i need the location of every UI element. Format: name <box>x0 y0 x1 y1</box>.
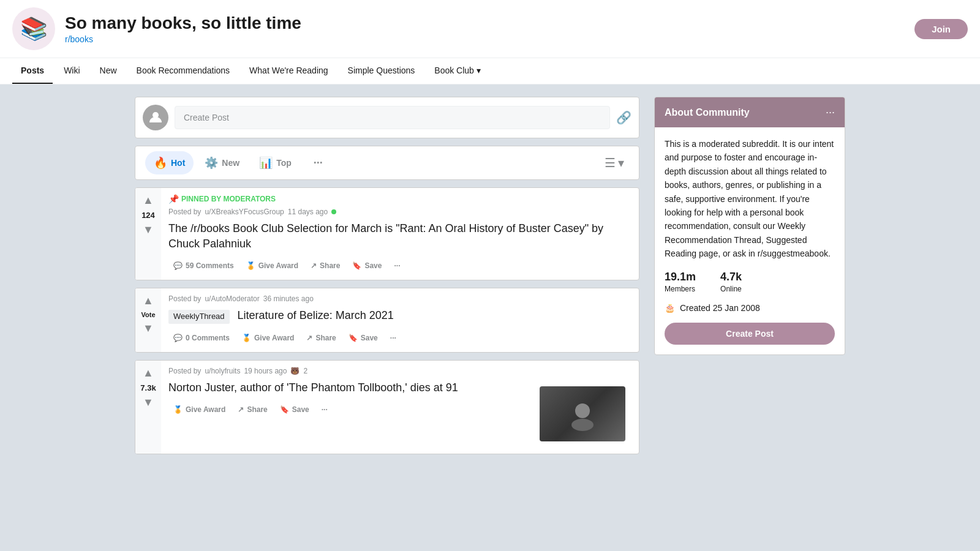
post-title[interactable]: The /r/books Book Club Selection for Mar… <box>168 221 631 252</box>
subreddit-nav: Posts Wiki New Book Recommendations What… <box>0 58 980 84</box>
nav-item-wiki[interactable]: Wiki <box>55 58 88 84</box>
sidebar-card-body: This is a moderated subreddit. It is our… <box>655 127 845 354</box>
new-icon: ⚙️ <box>205 156 218 170</box>
community-description: This is a moderated subreddit. It is our… <box>665 137 835 261</box>
more-button[interactable]: ··· <box>317 402 333 418</box>
sort-new-button[interactable]: ⚙️ New <box>196 151 248 174</box>
downvote-button[interactable]: ▼ <box>141 222 155 238</box>
award-icon: 🏅 <box>242 334 251 342</box>
comments-button[interactable]: 💬 0 Comments <box>168 330 235 346</box>
about-community-title: About Community <box>665 107 750 118</box>
weekly-thread-tag[interactable]: WeeklyThread <box>168 310 230 323</box>
pin-icon: 📌 <box>168 194 179 204</box>
upvote-button[interactable]: ▲ <box>141 193 155 208</box>
post-time: 19 hours ago <box>244 367 287 375</box>
give-award-button[interactable]: 🏅 Give Award <box>237 330 299 346</box>
subreddit-title: So many books, so little time <box>65 13 905 33</box>
main-layout: Create Post 🔗 🔥 Hot ⚙️ New 📊 Top ··· ☰ ▾ <box>123 97 858 454</box>
create-post-input[interactable]: Create Post <box>175 106 610 129</box>
give-award-button[interactable]: 🏅 Give Award <box>168 402 230 418</box>
more-button[interactable]: ··· <box>385 330 401 346</box>
post-meta: Posted by u/holyfruits 19 hours ago 🐻 2 <box>168 367 631 375</box>
comment-icon: 💬 <box>173 334 183 342</box>
give-award-button[interactable]: 🏅 Give Award <box>241 258 303 274</box>
fire-icon: 🔥 <box>154 156 167 170</box>
post-author[interactable]: u/XBreaksYFocusGroup <box>205 208 284 216</box>
upvote-button[interactable]: ▲ <box>141 293 155 309</box>
sort-bar: 🔥 Hot ⚙️ New 📊 Top ··· ☰ ▾ <box>135 146 639 180</box>
post-thumbnail[interactable] <box>540 386 625 441</box>
view-toggle-button[interactable]: ☰ ▾ <box>600 153 629 173</box>
nav-item-book-recommendations[interactable]: Book Recommendations <box>128 58 239 84</box>
sidebar-create-post-button[interactable]: Create Post <box>665 323 835 345</box>
share-button[interactable]: ↗ Share <box>233 402 272 418</box>
top-icon: 📊 <box>259 156 273 170</box>
created-label: Created 25 Jan 2008 <box>680 303 760 313</box>
sort-top-button[interactable]: 📊 Top <box>251 151 300 174</box>
post-author[interactable]: u/holyfruits <box>205 367 240 375</box>
members-label: Members <box>665 285 696 293</box>
more-button[interactable]: ··· <box>389 258 405 274</box>
vote-count: 7.3k <box>140 383 156 392</box>
share-button[interactable]: ↗ Share <box>301 330 341 346</box>
save-button[interactable]: 🔖 Save <box>275 402 314 418</box>
join-button[interactable]: Join <box>914 19 968 39</box>
community-stats: 19.1m Members 4.7k Online <box>665 271 835 293</box>
post-body: 📌 PINNED BY MODERATORS Posted by u/XBrea… <box>161 188 639 280</box>
post-title[interactable]: WeeklyThread Literature of Belize: March… <box>168 308 631 323</box>
save-icon: 🔖 <box>349 334 358 342</box>
post-actions: 🏅 Give Award ↗ Share 🔖 Save <box>168 402 532 418</box>
vote-column: ▲ 124 ▼ <box>135 188 161 280</box>
post-author-label: Posted by <box>168 294 201 303</box>
online-label: Online <box>720 285 742 293</box>
upvote-button[interactable]: ▲ <box>141 365 155 381</box>
post-card: ▲ Vote ▼ Posted by u/AutoModerator 36 mi… <box>135 288 639 352</box>
post-image <box>540 386 625 441</box>
chevron-down-icon: ▾ <box>477 66 481 75</box>
header: 📚 So many books, so little time r/books … <box>0 0 980 58</box>
user-avatar <box>143 105 168 130</box>
share-icon: ↗ <box>311 261 317 270</box>
share-button[interactable]: ↗ Share <box>306 258 345 274</box>
subreddit-name[interactable]: r/books <box>65 34 905 44</box>
award-icon: 🐻 <box>290 367 300 375</box>
post-actions: 💬 0 Comments 🏅 Give Award ↗ Share 🔖 <box>168 330 631 346</box>
save-button[interactable]: 🔖 Save <box>347 258 386 274</box>
online-indicator <box>331 209 336 214</box>
comments-button[interactable]: 💬 59 Comments <box>168 258 239 274</box>
sidebar-more-icon[interactable]: ··· <box>826 106 835 119</box>
header-title-area: So many books, so little time r/books <box>65 13 905 44</box>
post-author-label: Posted by <box>168 208 201 216</box>
award-icon: 🏅 <box>173 405 183 414</box>
sort-more-button[interactable]: ··· <box>305 152 331 174</box>
post-inner: ▲ 124 ▼ 📌 PINNED BY MODERATORS Posted by… <box>135 188 639 280</box>
share-icon: ↗ <box>238 405 244 414</box>
post-card: ▲ 7.3k ▼ Posted by u/holyfruits 19 hours… <box>135 360 639 454</box>
save-icon: 🔖 <box>352 261 361 270</box>
post-meta: Posted by u/AutoModerator 36 minutes ago <box>168 294 631 303</box>
post-title[interactable]: Norton Juster, author of 'The Phantom To… <box>168 380 532 395</box>
post-author[interactable]: u/AutoModerator <box>205 294 259 303</box>
nav-item-what-were-reading[interactable]: What We're Reading <box>241 58 336 84</box>
sort-hot-button[interactable]: 🔥 Hot <box>145 151 194 174</box>
post-actions: 💬 59 Comments 🏅 Give Award ↗ Share � <box>168 258 631 274</box>
post-text-area: Norton Juster, author of 'The Phantom To… <box>168 380 532 418</box>
share-icon: ↗ <box>306 334 312 342</box>
nav-item-simple-questions[interactable]: Simple Questions <box>339 58 424 84</box>
award-icon: 🏅 <box>246 261 255 270</box>
create-post-box: Create Post 🔗 <box>135 97 639 138</box>
sort-right: ☰ ▾ <box>600 153 629 173</box>
nav-item-posts[interactable]: Posts <box>12 58 53 84</box>
vote-count: 124 <box>141 211 155 220</box>
chevron-down-icon: ▾ <box>618 156 624 170</box>
downvote-button[interactable]: ▼ <box>141 395 155 410</box>
post-body: Posted by u/AutoModerator 36 minutes ago… <box>161 288 639 351</box>
save-button[interactable]: 🔖 Save <box>344 330 383 346</box>
post-time: 36 minutes ago <box>263 294 314 303</box>
nav-item-new[interactable]: New <box>91 58 126 84</box>
nav-item-book-club[interactable]: Book Club ▾ <box>426 58 489 84</box>
svg-point-2 <box>571 419 594 431</box>
award-count: 2 <box>303 367 307 375</box>
downvote-button[interactable]: ▼ <box>141 321 155 336</box>
post-time: 11 days ago <box>288 208 328 216</box>
